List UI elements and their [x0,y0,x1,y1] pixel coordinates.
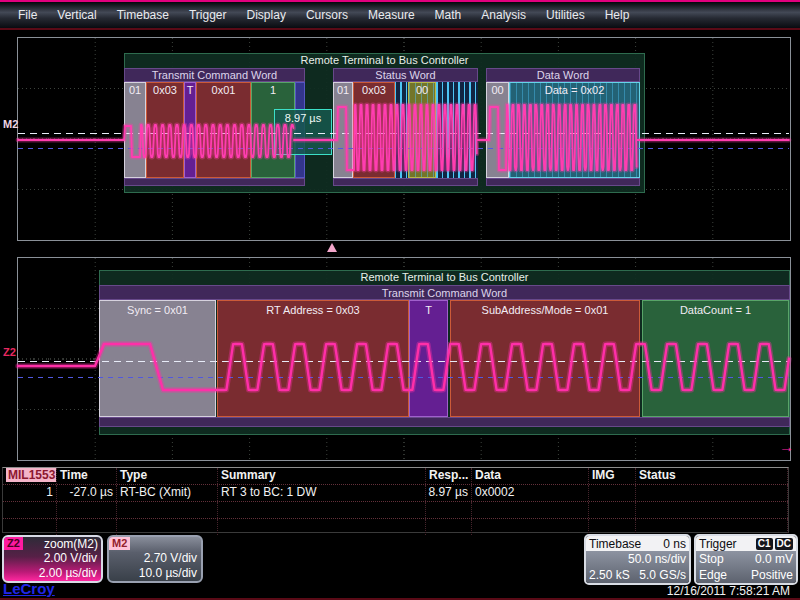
m2-decode-title: Remote Terminal to Bus Controller [124,53,645,68]
col-type: Type [117,468,218,484]
z2-descriptor-box[interactable]: Z2 zoom(M2) 2.00 V/div 2.00 µs/div [2,535,103,583]
timebase-offset: 0 ns [663,537,686,551]
m2-tab[interactable]: M2 [109,537,130,550]
protocol-badge[interactable]: MIL1553 [6,468,57,482]
table-row[interactable]: 1 -27.0 µs RT-BC (Xmit) RT 3 to BC: 1 DW… [3,485,788,502]
decode-section [436,82,478,178]
col-status: Status [636,468,788,484]
menu-trigger[interactable]: Trigger [179,8,237,22]
trigger-label: Trigger [699,537,737,551]
decode-section: 01 [333,82,353,178]
menu-vertical[interactable]: Vertical [47,8,106,22]
trigger-position-icon[interactable] [327,243,337,252]
table-header-row: MIL1553 Time Type Summary Resp... Data I… [3,468,788,485]
z2-tdiv: 2.00 µs/div [4,566,101,581]
group-transmit-command-word: Transmit Command Word [124,68,305,82]
col-time: Time [57,468,117,484]
row-summary: RT 3 to BC: 1 DW [218,485,426,501]
trigger-mode: Stop [699,551,724,567]
group-status-word: Status Word [333,68,478,82]
menu-bar: File Vertical Timebase Trigger Display C… [0,2,800,28]
col-img: IMG [589,468,636,484]
decode-table: MIL1553 Time Type Summary Resp... Data I… [2,467,789,533]
menu-utilities[interactable]: Utilities [536,8,595,22]
decode-section: 0x03 [146,82,184,178]
m2-tdiv: 10.0 µs/div [109,566,201,581]
decode-section: T [184,82,196,178]
response-time-annotation: 8.97 µs [274,109,332,155]
decode-section-sync: Sync = 0x01 [99,300,216,417]
decode-section-t: T [409,300,448,417]
row-type: RT-BC (Xmit) [117,485,218,501]
row-time: -27.0 µs [57,485,117,501]
z2-decode-title: Remote Terminal to Bus Controller [99,270,790,285]
group-data-word: Data Word [486,68,640,82]
trigger-kind: Edge [699,567,727,583]
group-footer [124,178,305,186]
z2-channel-label[interactable]: Z2 [3,346,16,358]
row-img [589,485,636,501]
menu-measure[interactable]: Measure [358,8,425,22]
menu-help[interactable]: Help [595,8,640,22]
z2-decode-subtitle: Transmit Command Word [99,285,790,300]
decode-section-rt-address: RT Address = 0x03 [217,300,409,417]
col-summary: Summary [218,468,426,484]
row-status [636,485,788,501]
trigger-slope: Positive [751,567,793,583]
row-data: 0x0002 [472,485,589,501]
trigger-panel[interactable]: Trigger C1 DC Stop 0.0 mV Edge Positive [694,534,798,585]
m2-channel-label[interactable]: M2 [3,118,18,130]
table-row-empty[interactable] [3,519,788,535]
decode-section: 00 [486,82,509,178]
decode-section-subaddress: SubAddress/Mode = 0x01 [450,300,640,417]
menu-analysis[interactable]: Analysis [471,8,536,22]
row-index: 1 [3,485,57,501]
timebase-rate: 5.0 GS/s [639,567,686,583]
lecroy-logo: LeCroy [3,580,55,597]
timebase-label: Timebase [589,537,641,551]
m2-descriptor-box[interactable]: M2 2.70 V/div 10.0 µs/div [107,535,203,583]
col-data: Data [472,468,589,484]
table-row-empty[interactable] [3,502,788,519]
z2-vdiv: 2.00 V/div [4,551,101,566]
row-resp: 8.97 µs [426,485,472,501]
col-resp: Resp... [426,468,472,484]
timebase-panel[interactable]: Timebase 0 ns 50.0 ns/div 2.50 kS 5.0 GS… [584,534,691,585]
decode-section-datacount: DataCount = 1 [642,300,789,417]
group-footer [333,178,478,186]
timebase-tdiv: 50.0 ns/div [628,551,686,567]
trigger-coupling-badge: DC [775,538,793,550]
group-footer [99,417,790,427]
trigger-time-arrow-icon: → [779,438,794,455]
menu-display[interactable]: Display [237,8,296,22]
menu-timebase[interactable]: Timebase [107,8,179,22]
timebase-samples: 2.50 kS [589,567,630,583]
menu-math[interactable]: Math [425,8,472,22]
oscilloscope-screen: File Vertical Timebase Trigger Display C… [0,0,800,600]
decode-section: 00 [408,82,436,178]
trigger-source-badge: C1 [756,538,773,550]
decode-section: 0x03 [353,82,395,178]
m2-vdiv: 2.70 V/div [109,551,201,566]
z2-title: zoom(M2) [23,537,101,551]
menu-divider [0,28,800,30]
datetime: 12/16/2011 7:58:21 AM [667,584,790,598]
menu-file[interactable]: File [8,8,47,22]
decode-section [395,82,408,178]
group-footer [486,178,640,186]
trigger-level: 0.0 mV [755,551,793,567]
decode-section: 01 [124,82,146,178]
decode-section: Data = 0x02 [509,82,640,178]
protocol-badge-cell: MIL1553 [3,468,57,484]
menu-cursors[interactable]: Cursors [296,8,358,22]
decode-section: 0x01 [196,82,251,178]
z2-tab[interactable]: Z2 [4,537,23,550]
